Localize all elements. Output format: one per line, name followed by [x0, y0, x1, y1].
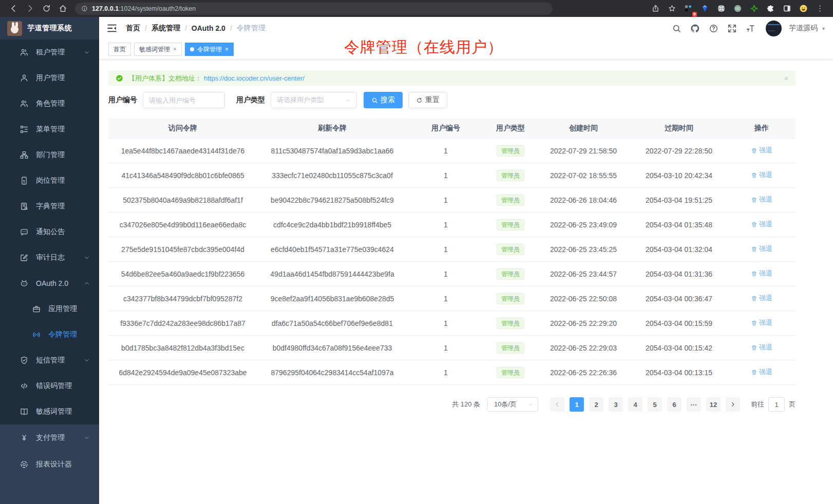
- sidebar-item-pay[interactable]: 支付管理: [0, 424, 99, 451]
- sidebar-item-oauth2-app[interactable]: 应用管理: [0, 296, 99, 322]
- address-bar[interactable]: 127.0.0.1:1024/system/oauth2/token: [75, 3, 553, 15]
- page-button-4[interactable]: 4: [628, 397, 642, 412]
- breadcrumb-item[interactable]: OAuth 2.0: [192, 24, 225, 32]
- created-time-cell: 2022-06-25 22:29:03: [537, 344, 630, 352]
- post-badge-icon: [20, 176, 29, 185]
- site-info-icon[interactable]: [81, 5, 92, 12]
- prev-page-button[interactable]: [550, 397, 564, 412]
- blocks-extension-icon[interactable]: 9: [681, 2, 695, 15]
- green-star-extension-icon[interactable]: [747, 2, 761, 15]
- sidebar-item-error-code[interactable]: 错误码管理: [0, 373, 99, 399]
- refresh-token-cell: b0df4980ffd34c67a08f9156e4eee733: [257, 344, 407, 352]
- force-logout-button[interactable]: 强退: [751, 244, 772, 254]
- sidebar-item-sensitive-word[interactable]: 敏感词管理: [0, 399, 99, 424]
- user-type-cell: 管理员: [484, 268, 537, 280]
- page-size-select[interactable]: 10条/页: [487, 397, 538, 412]
- sidebar-item-notice[interactable]: 通知公告: [0, 219, 99, 245]
- user-avatar[interactable]: [766, 21, 782, 36]
- force-logout-button[interactable]: 强退: [751, 195, 772, 204]
- page-button-12[interactable]: 12: [706, 397, 721, 412]
- force-logout-button[interactable]: 强退: [751, 367, 772, 377]
- search-icon[interactable]: [669, 21, 685, 36]
- breadcrumb-item[interactable]: 首页: [126, 24, 140, 33]
- tab-首页[interactable]: 首页: [108, 43, 131, 56]
- force-logout-button[interactable]: 强退: [751, 294, 772, 303]
- trash-icon: [751, 172, 758, 179]
- username[interactable]: 芋道源码: [789, 24, 818, 33]
- bookmark-star-icon[interactable]: [665, 2, 678, 15]
- doc-link[interactable]: https://doc.iocoder.cn/user-center/: [204, 74, 305, 82]
- refresh-icon[interactable]: [40, 2, 53, 15]
- expire-time-cell: 2054-03-04 01:31:36: [630, 270, 728, 278]
- user-type-select[interactable]: 请选择用户类型: [271, 92, 357, 108]
- collapse-menu-icon[interactable]: [106, 23, 118, 34]
- alert-close-icon[interactable]: ×: [784, 74, 788, 82]
- sidebar-item-sms[interactable]: 短信管理: [0, 347, 99, 373]
- app-title: 芋道管理系统: [27, 24, 72, 33]
- help-icon[interactable]: [706, 21, 722, 36]
- sidebar-item-post[interactable]: 岗位管理: [0, 168, 99, 193]
- gem-extension-icon[interactable]: [698, 2, 711, 15]
- page-button-1[interactable]: 1: [570, 397, 584, 412]
- search-button[interactable]: 搜索: [364, 92, 403, 108]
- app-frame: 芋道管理系统 租户管理 用户管理 角色管理 菜单管理 部门管理 岗位管理 字典管…: [0, 17, 833, 504]
- font-size-icon[interactable]: [743, 21, 759, 36]
- sidebar-item-tenant[interactable]: 租户管理: [0, 40, 99, 65]
- sidebar-item-role[interactable]: 角色管理: [0, 91, 99, 117]
- briefcase-icon: [32, 304, 41, 314]
- created-time-cell: 2022-06-25 22:50:08: [537, 295, 630, 303]
- force-logout-button[interactable]: 强退: [751, 170, 772, 180]
- sidebar-item-menu[interactable]: 菜单管理: [0, 117, 99, 142]
- reset-button[interactable]: 重置: [408, 92, 447, 108]
- created-time-cell: 2022-06-25 23:45:25: [537, 245, 630, 254]
- user-id-input[interactable]: [143, 92, 225, 108]
- puzzle-extensions-icon[interactable]: [764, 2, 777, 15]
- sidebar-item-oauth2[interactable]: OAuth 2.0: [0, 270, 99, 296]
- page-button-2[interactable]: 2: [589, 397, 603, 412]
- user-id-cell: 1: [407, 270, 484, 278]
- sidebar-item-oauth2-token[interactable]: 令牌管理: [0, 322, 99, 347]
- home-icon[interactable]: [56, 2, 69, 15]
- force-logout-button[interactable]: 强退: [751, 146, 772, 155]
- emoji-profile-icon[interactable]: [797, 2, 810, 15]
- goto-page-input[interactable]: [768, 397, 785, 412]
- sidebar-item-dict[interactable]: 字典管理: [0, 193, 99, 219]
- sidebar-item-audit-log[interactable]: 审计日志: [0, 245, 99, 270]
- access-token-cell: 41c41346a548490f9dc8b01c6bfe0865: [108, 171, 257, 180]
- app-logo[interactable]: 芋道管理系统: [0, 17, 99, 40]
- fullscreen-icon[interactable]: [725, 21, 740, 36]
- chevron-down-icon: [84, 435, 90, 441]
- sidebar-item-report[interactable]: 报表设计器: [0, 451, 99, 478]
- force-logout-button[interactable]: 强退: [751, 220, 772, 229]
- pager-more[interactable]: ···: [687, 397, 701, 412]
- chevron-down-icon[interactable]: ▾: [822, 26, 825, 31]
- github-icon[interactable]: [688, 21, 703, 36]
- tab-close-icon[interactable]: ×: [173, 46, 177, 52]
- trash-icon: [751, 369, 758, 376]
- next-page-button[interactable]: [726, 397, 740, 412]
- back-icon[interactable]: [7, 2, 20, 15]
- page-button-6[interactable]: 6: [667, 397, 681, 412]
- forward-icon[interactable]: [23, 2, 36, 15]
- sidebar-toggle-icon[interactable]: [780, 2, 793, 15]
- force-logout-button[interactable]: 强退: [751, 318, 772, 327]
- user-type-badge: 管理员: [497, 342, 524, 354]
- command-extension-icon[interactable]: [714, 2, 728, 15]
- table-row: 502375b8040a469a9b82188afdf6af1f be90422…: [108, 188, 796, 212]
- tab-敏感词管理[interactable]: 敏感词管理 ×: [134, 43, 182, 56]
- sidebar-item-dept[interactable]: 部门管理: [0, 142, 99, 168]
- sidebar-item-user[interactable]: 用户管理: [0, 65, 99, 91]
- share-icon[interactable]: [649, 2, 662, 15]
- breadcrumb-item[interactable]: 系统管理: [152, 24, 180, 33]
- sidebar-item-label: 菜单管理: [36, 125, 90, 134]
- tab-令牌管理[interactable]: 令牌管理 ×: [185, 43, 234, 56]
- more-menu-icon[interactable]: [813, 2, 826, 15]
- action-cell: 强退: [728, 343, 796, 353]
- force-logout-button[interactable]: 强退: [751, 269, 772, 278]
- user-id-cell: 1: [407, 196, 484, 204]
- record-extension-icon[interactable]: [731, 2, 744, 15]
- page-button-3[interactable]: 3: [609, 397, 623, 412]
- force-logout-button[interactable]: 强退: [751, 343, 772, 352]
- tab-close-icon[interactable]: ×: [225, 46, 229, 52]
- page-button-5[interactable]: 5: [648, 397, 662, 412]
